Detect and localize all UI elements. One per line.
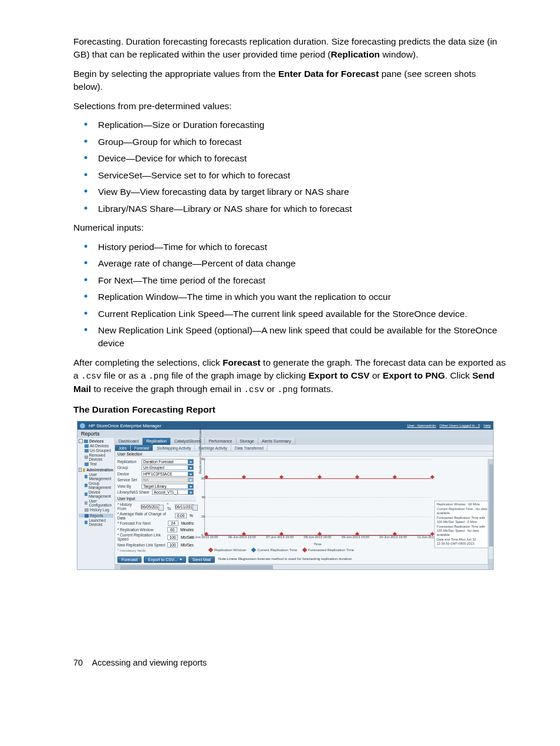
tab-dashboard[interactable]: Dashboard (115, 438, 143, 445)
other-users-link[interactable]: Other Users Logged In : 0 (440, 424, 480, 427)
history-to-label: * To (167, 502, 173, 511)
collapse-icon[interactable]: - (79, 439, 83, 443)
horizontal-scrollbar[interactable] (115, 564, 493, 569)
chart-x-label: Time (204, 542, 431, 546)
app-window: HP StoreOnce Enterprise Manager User : h… (77, 421, 494, 570)
lock-icon (83, 468, 85, 472)
repwin-input[interactable]: 60 (167, 527, 177, 532)
subtab-jobs[interactable]: Jobs (115, 445, 131, 451)
numerical-list: History period—Time for which to forecas… (73, 241, 507, 350)
avg-rate-input[interactable]: 0.00 (175, 513, 187, 518)
nav-devices-group[interactable]: -Devices (79, 439, 113, 443)
legend-swatch-red-icon (208, 548, 213, 552)
chart-x-ticks: 05-Jun-2013 19:0006-Jun-2013 19:0007-Jun… (204, 535, 431, 541)
scroll-thumb[interactable] (120, 565, 273, 569)
selections-lead: Selections from pre-determined values: (73, 100, 507, 113)
subtab-forecast[interactable]: Forecast (131, 445, 153, 451)
app-title: HP StoreOnce Enterprise Manager (89, 423, 407, 428)
scroll-left-button[interactable] (115, 565, 120, 569)
fornext-input[interactable]: 24 (168, 521, 178, 526)
list-item: ServiceSet—Service set to for which to f… (73, 169, 507, 182)
repwin-label: * Replication Window (117, 528, 166, 532)
intro-paragraph-2: Begin by selecting the appropriate value… (73, 67, 507, 94)
gear-icon (85, 501, 87, 505)
page-number: 70 (73, 658, 83, 667)
list-item: New Replication Link Speed (optional)—A … (73, 324, 507, 350)
sendmail-button[interactable]: Send Mail (188, 556, 215, 563)
list-item: View By—View forecasting data by target … (73, 185, 507, 198)
titlebar: HP StoreOnce Enterprise Manager User : h… (77, 421, 493, 430)
nav-launched-devices[interactable]: Launched Devices (79, 518, 113, 526)
selections-list: Replication—Size or Duration forecasting… (73, 119, 507, 215)
export-button[interactable]: Export to CSV... (144, 556, 186, 563)
list-item: Current Replication Link Speed—The curre… (73, 308, 507, 320)
device-icon (85, 463, 89, 466)
fornext-unit: Months (181, 521, 194, 525)
main-panel: Dashboard Replication CatalystStores Per… (115, 438, 493, 569)
intro-paragraph-1: Forecasting. Duration forecasting foreca… (73, 35, 507, 62)
history-to-input[interactable]: 06/11/2013 (175, 504, 194, 509)
group-select[interactable]: Un-Grouped (141, 465, 194, 470)
list-item: For Next—The time period of the forecast (73, 274, 507, 287)
nav-all-devices[interactable]: All Devices (79, 444, 113, 448)
tab-alerts-summary[interactable]: Alerts Summary (258, 438, 295, 445)
subtab-data-transferred[interactable]: Data Transferred (231, 445, 268, 451)
hp-logo-icon (80, 423, 85, 428)
nav-test[interactable]: Test (79, 462, 113, 466)
avg-rate-label: * Average Rate of Change of Data (117, 512, 173, 520)
fornext-label: * Forecast For Next (117, 521, 166, 525)
device-icon (85, 449, 89, 453)
curlink-input[interactable]: 100 (167, 535, 178, 540)
nav-tree: -Devices All Devices Un-Grouped Removed … (77, 438, 115, 569)
chart-info-tooltip: Replication Window : 60 Mins Current Rep… (434, 501, 491, 548)
scroll-thumb[interactable] (489, 464, 493, 546)
legend-swatch-red2-icon (302, 548, 307, 552)
curlink-label: * Current Replication Link Speed (117, 533, 166, 541)
nav-device-mgmt[interactable]: Device Management (79, 490, 113, 498)
device-icon (85, 444, 89, 448)
device-icon (85, 492, 87, 496)
nav-ungrouped[interactable]: Un-Grouped (79, 448, 113, 453)
reports-header: Reports (77, 430, 493, 438)
libnas-select[interactable]: Accost_VTL_1 (152, 490, 194, 495)
libnas-label: Library/NAS Share (117, 490, 150, 494)
serviceset-select: NA (141, 477, 194, 482)
viewby-label: View By (117, 484, 140, 488)
nav-history-log[interactable]: History Log (79, 508, 113, 512)
vertical-scrollbar[interactable] (488, 459, 493, 564)
legend-swatch-blue-icon (251, 548, 256, 552)
nav-admin-group[interactable]: -Administration (79, 468, 113, 472)
collapse-icon[interactable]: - (79, 468, 82, 472)
forecast-form: ReplicationDuration Forecast GroupUn-Gro… (115, 457, 196, 553)
chart-plot-area: Replication Duration(Minutes) 020406080 (204, 459, 431, 535)
mandatory-note: * mandatory fields (117, 549, 194, 552)
tab-performance[interactable]: Performance (205, 438, 236, 445)
scroll-down-button[interactable] (488, 559, 493, 564)
history-from-label: * History From (117, 502, 139, 511)
nav-removed-devices[interactable]: Removed Devices (79, 453, 113, 461)
user-input-header: User Input (115, 496, 196, 501)
tab-storage[interactable]: Storage (237, 438, 259, 445)
nav-user-config[interactable]: User Configuration (79, 499, 113, 507)
nav-reports[interactable]: Reports (79, 514, 113, 518)
tab-replication[interactable]: Replication (143, 438, 171, 445)
help-link[interactable]: Help (484, 424, 491, 427)
scroll-right-button[interactable] (488, 565, 493, 569)
list-item: Replication—Size or Duration forecasting (73, 119, 507, 131)
viewby-select[interactable]: Target Library (141, 484, 194, 489)
primary-tabs: Dashboard Replication CatalystStores Per… (115, 438, 493, 445)
numerical-lead: Numerical inputs: (73, 221, 507, 234)
subtab-slotmapping[interactable]: SlotMapping Activity (153, 445, 195, 451)
nav-group-mgmt[interactable]: Group Management (79, 481, 113, 490)
user-label: User : hpemadmin (407, 424, 436, 427)
nav-user-mgmt[interactable]: User Management (79, 472, 113, 481)
replication-select[interactable]: Duration Forecast (141, 459, 194, 464)
newlink-input[interactable]: 100 (167, 542, 178, 548)
forecast-button[interactable]: Forecast (117, 556, 141, 563)
repwin-unit: Minutes (180, 528, 194, 532)
newlink-unit: Mb/Sec (181, 543, 194, 547)
device-select[interactable]: HPF1C3F53ACE (141, 471, 194, 477)
scroll-up-button[interactable] (488, 459, 493, 464)
newlink-label: New Replication Link Speed (117, 543, 166, 547)
history-from-input[interactable]: 06/05/2013 (141, 504, 160, 509)
